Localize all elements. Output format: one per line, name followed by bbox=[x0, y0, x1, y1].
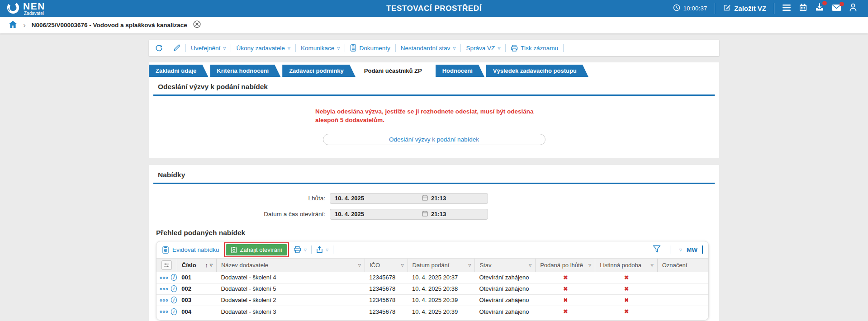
filter-button[interactable] bbox=[653, 245, 661, 255]
tab-podani-ucastniku-zp[interactable]: Podání účastníků ZP bbox=[357, 65, 434, 77]
table-row[interactable]: ooo i 002 Dodavatel - školení 5 12345678… bbox=[157, 283, 708, 295]
cell-cislo: 002 bbox=[177, 285, 216, 292]
sort-asc-icon[interactable]: ↑ bbox=[205, 262, 208, 269]
cell-datum: 10. 4. 2025 20:38 bbox=[408, 285, 475, 292]
header-stav[interactable]: Stav ▽ bbox=[474, 259, 535, 272]
header-oznaceni[interactable]: Označení bbox=[657, 259, 708, 272]
row-menu-icon[interactable]: ooo bbox=[160, 287, 169, 291]
user-button[interactable] bbox=[849, 3, 857, 14]
menu-sprava-vz[interactable]: Správa VZ ▽ bbox=[466, 45, 500, 52]
server-time: 10:00:37 bbox=[673, 4, 707, 13]
deadline-field[interactable]: 10. 4. 2025 21:13 bbox=[330, 193, 488, 204]
filter-arrow-icon[interactable]: ▽ bbox=[651, 263, 654, 267]
tab-hodnoceni[interactable]: Hodnocení bbox=[436, 65, 484, 77]
row-menu-icon[interactable]: ooo bbox=[160, 298, 169, 302]
server-time-value: 10:00:37 bbox=[683, 5, 707, 12]
offers-form: Lhůta: 10. 4. 2025 21:13 Datum a čas ote… bbox=[149, 193, 719, 220]
opening-field[interactable]: 10. 4. 2025 21:13 bbox=[330, 209, 488, 220]
register-offer-button[interactable]: Evidovat nabídku bbox=[162, 246, 219, 254]
row-menu-icon[interactable]: ooo bbox=[160, 309, 169, 314]
menu-ukony-zadavatele[interactable]: Úkony zadavatele ▽ bbox=[236, 45, 290, 52]
opening-date-value[interactable]: 10. 4. 2025 bbox=[335, 211, 422, 217]
info-icon[interactable]: i bbox=[171, 297, 177, 303]
column-settings-icon bbox=[161, 260, 172, 270]
divider bbox=[715, 3, 715, 14]
cell-ico: 12345678 bbox=[365, 285, 408, 292]
menu-uverejneni[interactable]: Uveřejnění ▽ bbox=[191, 45, 226, 52]
clipboard-icon bbox=[162, 246, 170, 254]
menu-nestandardni-stav[interactable]: Nestandardní stav ▽ bbox=[401, 45, 456, 52]
dropdown-arrow-icon[interactable]: ▽ bbox=[679, 248, 682, 252]
tab-zadavaci-podminky[interactable]: Zadávací podmínky bbox=[282, 65, 356, 77]
create-vz-button[interactable]: Založit VZ bbox=[723, 4, 766, 13]
filter-arrow-icon[interactable]: ▽ bbox=[588, 263, 591, 267]
filter-arrow-icon[interactable]: ▽ bbox=[358, 263, 361, 267]
cross-icon: ✖ bbox=[599, 297, 654, 303]
offers-table-card: Evidovat nabídku Zahájit otevírání ▽ ▽ bbox=[156, 241, 709, 321]
breadcrumb-item[interactable]: N006/25/V00003676 - Vodovod a splašková … bbox=[32, 22, 187, 28]
tab-kriteria-hodnoceni[interactable]: Kritéria hodnocení bbox=[210, 65, 280, 77]
home-icon[interactable] bbox=[9, 20, 17, 30]
header-nazev-dodavatele[interactable]: Název dodavatele ▽ bbox=[216, 259, 365, 272]
calendar-button[interactable] bbox=[799, 3, 807, 14]
menu-dokumenty[interactable]: Dokumenty bbox=[350, 44, 390, 52]
cell-stav: Otevírání zahájeno bbox=[475, 285, 536, 292]
column-settings-button[interactable] bbox=[157, 259, 177, 272]
start-opening-button[interactable]: Zahájit otevírání bbox=[226, 244, 287, 255]
header-listinna-podoba[interactable]: Listinná podoba ▽ bbox=[595, 259, 657, 272]
print-menu-button[interactable]: ▽ bbox=[294, 246, 307, 253]
filter-arrow-icon[interactable]: ▽ bbox=[210, 263, 213, 267]
header-cislo[interactable]: Číslo ↑ ▽ bbox=[177, 259, 216, 272]
filter-arrow-icon[interactable]: ▽ bbox=[529, 263, 531, 267]
calendar-small-icon[interactable] bbox=[422, 211, 428, 218]
card-bottom-padding bbox=[157, 317, 708, 320]
divider bbox=[345, 44, 345, 52]
downloads-button[interactable] bbox=[815, 3, 824, 14]
table-row[interactable]: ooo i 004 Dodavatel - školení 3 12345678… bbox=[157, 306, 708, 317]
divider bbox=[311, 245, 312, 254]
filter-arrow-icon[interactable]: ▽ bbox=[468, 263, 471, 267]
cell-cislo: 003 bbox=[177, 297, 216, 303]
refresh-icon bbox=[155, 44, 163, 52]
menu-tisk-zaznamu[interactable]: Tisk záznamu bbox=[511, 45, 558, 52]
tab-zakladni-udaje[interactable]: Základní údaje bbox=[149, 65, 208, 77]
invite-section-title: Odeslání výzvy k podání nabídek bbox=[149, 77, 719, 94]
deadline-time-value[interactable]: 21:13 bbox=[431, 195, 446, 202]
deadline-label: Lhůta: bbox=[149, 195, 330, 202]
info-icon[interactable]: i bbox=[171, 308, 177, 315]
clipboard-icon bbox=[231, 246, 237, 253]
refresh-button[interactable] bbox=[155, 44, 163, 52]
header-podana-po-lhute[interactable]: Podaná po lhůtě ▽ bbox=[535, 259, 595, 272]
close-icon[interactable] bbox=[193, 20, 201, 30]
header-ico[interactable]: IČO ▽ bbox=[365, 259, 408, 272]
table-row[interactable]: ooo i 003 Dodavatel - školení 2 12345678… bbox=[157, 295, 708, 306]
messages-button[interactable] bbox=[832, 4, 841, 13]
dropdown-arrow-icon: ▽ bbox=[453, 46, 455, 50]
hamburger-icon bbox=[782, 4, 791, 13]
menu-button[interactable] bbox=[782, 4, 791, 13]
cell-cislo: 004 bbox=[177, 308, 216, 315]
deadline-date-value[interactable]: 10. 4. 2025 bbox=[335, 195, 422, 202]
row-menu-icon[interactable]: ooo bbox=[160, 275, 169, 280]
calendar-small-icon[interactable] bbox=[422, 195, 428, 202]
section-divider bbox=[153, 94, 715, 96]
cross-icon: ✖ bbox=[599, 308, 654, 315]
cell-nazev: Dodavatel - školení 2 bbox=[216, 297, 365, 303]
menu-komunikace[interactable]: Komunikace ▽ bbox=[301, 45, 340, 52]
send-invite-button[interactable]: Odeslání výzvy k podání nabídek bbox=[323, 134, 545, 145]
mw-toggle[interactable]: MW bbox=[687, 246, 697, 253]
filter-arrow-icon[interactable]: ▽ bbox=[401, 263, 403, 267]
document-icon bbox=[350, 44, 356, 52]
export-menu-button[interactable]: ▽ bbox=[316, 246, 328, 253]
table-row[interactable]: ooo i 001 Dodavatel - školení 4 12345678… bbox=[157, 272, 708, 283]
opening-label: Datum a čas otevírání: bbox=[149, 211, 330, 217]
cell-stav: Otevírání zahájeno bbox=[475, 308, 536, 315]
opening-time-value[interactable]: 21:13 bbox=[431, 211, 446, 217]
edit-button[interactable] bbox=[173, 44, 180, 52]
table-header-row: Číslo ↑ ▽ Název dodavatele ▽ IČO ▽ Datum… bbox=[157, 258, 708, 272]
info-icon[interactable]: i bbox=[171, 274, 177, 281]
tab-vysledek-zadavaciho-postupu[interactable]: Výsledek zadávacího postupu bbox=[486, 65, 588, 77]
cell-nazev: Dodavatel - školení 4 bbox=[216, 274, 365, 281]
header-datum-podani[interactable]: Datum podání ▽ bbox=[408, 259, 475, 272]
info-icon[interactable]: i bbox=[171, 285, 177, 292]
